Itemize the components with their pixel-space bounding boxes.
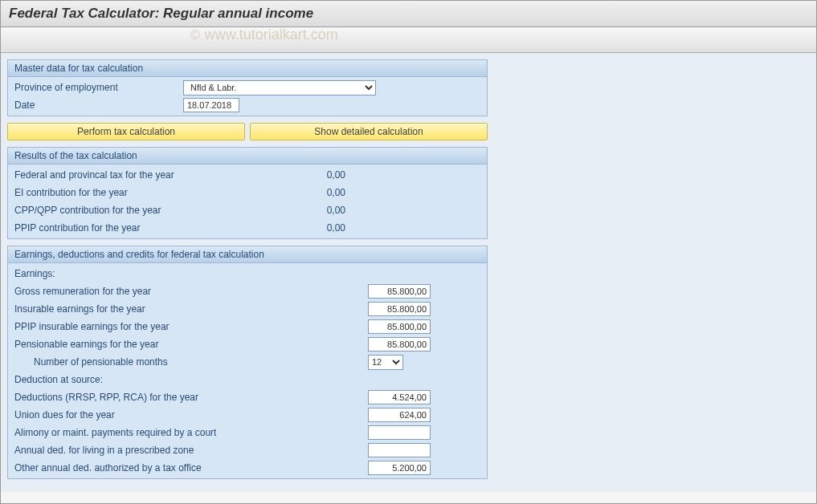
result-value: 0,00 [288,169,352,181]
province-select[interactable]: Nfld & Labr. [183,80,376,96]
button-row: Perform tax calculation Show detailed ca… [7,123,810,140]
result-label: EI contribution for the year [14,187,288,198]
result-value: 0,00 [288,222,352,234]
ppip-label: PPIP insurable earnings for the year [14,321,368,332]
insurable-row: Insurable earnings for the year [8,300,487,318]
pensionable-row: Pensionable earnings for the year [8,335,487,353]
results-group: Results of the tax calculation Federal a… [7,147,488,239]
province-label: Province of employment [14,82,183,93]
alimony-label: Alimony or maint. payments required by a… [14,427,368,438]
result-row-ei: EI contribution for the year 0,00 [8,184,487,201]
rrsp-label: Deductions (RRSP, RPP, RCA) for the year [14,392,368,403]
earnings-group: Earnings, deductions and credits for fed… [7,246,488,479]
pensionable-input[interactable] [368,337,431,352]
date-input[interactable] [183,98,239,112]
gross-row: Gross remuneration for the year [8,282,487,300]
date-label: Date [14,100,183,111]
deduction-subheader: Deduction at source: [14,374,183,385]
master-data-header: Master data for tax calculation [8,60,487,77]
earnings-subheader: Earnings: [14,268,183,279]
result-label: CPP/QPP contribution for the year [14,205,288,216]
earnings-header: Earnings, deductions and credits for fed… [8,246,487,263]
months-label: Number of pensionable months [14,356,368,368]
ppip-row: PPIP insurable earnings for the year [8,318,487,335]
result-label: PPIP contribution for the year [14,222,288,234]
master-data-group: Master data for tax calculation Province… [7,59,488,116]
months-select[interactable]: 12 [368,355,403,370]
deduction-subheader-row: Deduction at source: [8,371,487,388]
result-row-ppip: PPIP contribution for the year 0,00 [8,219,487,237]
result-value: 0,00 [288,205,352,216]
result-row-cpp: CPP/QPP contribution for the year 0,00 [8,201,487,219]
other-row: Other annual ded. authorized by a tax of… [8,459,487,477]
pensionable-label: Pensionable earnings for the year [14,339,368,350]
other-input[interactable] [368,461,431,475]
union-label: Union dues for the year [14,409,368,421]
zone-input[interactable] [368,443,431,457]
result-row-federal: Federal and provincal tax for the year 0… [8,166,487,184]
insurable-input[interactable] [368,302,431,316]
union-row: Union dues for the year [8,406,487,424]
rrsp-input[interactable] [368,390,431,404]
alimony-row: Alimony or maint. payments required by a… [8,424,487,441]
ppip-input[interactable] [368,319,431,334]
other-label: Other annual ded. authorized by a tax of… [14,462,368,474]
earnings-subheader-row: Earnings: [8,265,487,282]
gross-input[interactable] [368,284,431,299]
union-input[interactable] [368,408,431,422]
gross-label: Gross remuneration for the year [14,286,368,297]
alimony-input[interactable] [368,425,431,440]
toolbar [1,27,816,53]
main-content: Master data for tax calculation Province… [1,53,816,492]
zone-label: Annual ded. for living in a prescribed z… [14,445,368,456]
province-row: Province of employment Nfld & Labr. [8,79,487,96]
result-value: 0,00 [288,187,352,198]
months-row: Number of pensionable months 12 [8,353,487,371]
rrsp-row: Deductions (RRSP, RPP, RCA) for the year [8,388,487,406]
page-title: Federal Tax Calculator: Regular annual i… [1,1,816,27]
date-row: Date [8,96,487,114]
results-header: Results of the tax calculation [8,148,487,165]
insurable-label: Insurable earnings for the year [14,303,368,315]
show-detailed-button[interactable]: Show detailed calculation [250,123,488,140]
zone-row: Annual ded. for living in a prescribed z… [8,441,487,459]
result-label: Federal and provincal tax for the year [14,169,288,181]
perform-calculation-button[interactable]: Perform tax calculation [7,123,245,140]
